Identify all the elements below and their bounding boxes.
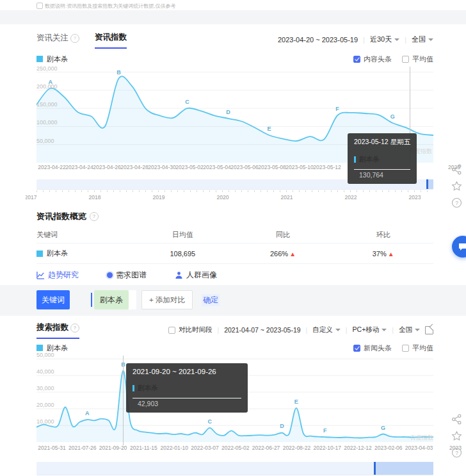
keyword-button[interactable]: 关键词 — [36, 290, 70, 309]
region-dropdown[interactable]: 全国 — [399, 325, 420, 334]
date-range-text[interactable]: 2023-04-20 ~ 2023-05-19 — [278, 36, 358, 44]
range-preset-dropdown[interactable]: 近30天 — [370, 35, 399, 44]
section-divider — [0, 10, 466, 24]
average-checkbox[interactable] — [402, 56, 409, 63]
compare-period-checkbox-wrap[interactable]: 对比时间段 — [168, 325, 213, 334]
search-chart-options: 新闻头条 平均值 — [353, 343, 433, 353]
share-icon[interactable] — [451, 164, 462, 175]
col-daily-avg: 日均值 — [133, 230, 233, 240]
star-icon[interactable] — [451, 181, 462, 192]
chevron-down-icon — [382, 329, 387, 331]
search-index-card: 搜索指数 对比时间段 | 2021-04-07 ~ 2023-05-19 | 自… — [0, 316, 466, 476]
brush-selection[interactable] — [374, 462, 433, 475]
event-letter-marker[interactable]: G — [381, 425, 385, 431]
date-range-text[interactable]: 2021-04-07 ~ 2023-05-19 — [224, 326, 300, 334]
compare-period-label: 对比时间段 — [179, 325, 213, 334]
average-checkbox-wrap[interactable]: 平均值 — [402, 343, 433, 353]
event-letter-marker[interactable]: C — [208, 418, 213, 425]
x-axis-label: 2022-10-17 — [313, 445, 341, 451]
brush-handle[interactable] — [374, 462, 376, 475]
brush-handle[interactable] — [426, 179, 428, 189]
event-letter-marker[interactable]: C — [185, 99, 189, 105]
y-axis-tick: 50,000 — [36, 138, 54, 144]
nav-item-demand-map[interactable]: 需求图谱 — [107, 270, 147, 281]
nav-item-persona[interactable]: 人群画像 — [175, 270, 217, 281]
nav-item-trend-research[interactable]: 趋势研究 — [36, 270, 79, 281]
help-icon[interactable]: ? — [451, 447, 462, 458]
help-icon[interactable]: ? — [451, 197, 462, 208]
tooltip-value: 130,764 — [359, 171, 410, 179]
event-letter-marker[interactable]: D — [280, 423, 284, 429]
event-letter-marker[interactable]: A — [48, 79, 52, 85]
keyword-input[interactable]: 剧本杀 — [94, 290, 136, 309]
event-letter-marker[interactable]: F — [323, 427, 327, 434]
headline-checkbox[interactable] — [353, 345, 360, 352]
search-chart-brush[interactable] — [36, 462, 433, 475]
info-icon[interactable] — [70, 34, 79, 43]
headline-checkbox[interactable] — [353, 56, 360, 63]
x-axis-label: 2023-04-03 — [405, 445, 433, 451]
tooltip-value: 42,903 — [138, 400, 241, 407]
arrow-up-icon: ▲ — [289, 250, 296, 258]
nav-item-label: 需求图谱 — [116, 270, 147, 281]
timeline-year-label: 2018 — [89, 194, 101, 201]
average-checkbox[interactable] — [402, 345, 409, 352]
col-keyword: 关键词 — [36, 230, 133, 240]
tab-news-index[interactable]: 资讯指数 — [95, 32, 127, 49]
brush-selection[interactable] — [428, 179, 433, 189]
share-icon[interactable] — [451, 414, 462, 425]
headline-checkbox-wrap[interactable]: 内容头条 — [353, 54, 392, 64]
tab-search-index[interactable]: 搜索指数 — [36, 322, 79, 339]
news-chart-tooltip: 2023-05-12 星期五 剧本杀 130,764 — [348, 133, 417, 184]
timeline-year-label: 2019 — [153, 194, 165, 201]
event-letter-marker[interactable]: E — [294, 398, 298, 405]
event-letter-marker[interactable]: F — [335, 106, 339, 112]
event-letter-marker[interactable]: B — [116, 69, 121, 76]
separator: | — [346, 326, 348, 334]
star-icon[interactable] — [451, 431, 462, 441]
x-axis-label: 2023-05-08 — [258, 164, 285, 170]
tooltip-series-name: 剧本杀 — [359, 155, 380, 164]
event-letter-marker[interactable]: D — [226, 109, 230, 115]
search-index-controls: 对比时间段 | 2021-04-07 ~ 2023-05-19 | 自定义 | … — [168, 325, 433, 339]
device-dropdown[interactable]: PC+移动 — [353, 325, 387, 334]
overview-table-header: 关键词 日均值 同比 环比 — [36, 226, 433, 243]
news-chart-legend-row: 剧本杀 内容头条 平均值 — [36, 54, 433, 64]
nav-item-label: 人群画像 — [186, 270, 217, 281]
average-checkbox-wrap[interactable]: 平均值 — [402, 54, 433, 64]
demand-map-icon — [107, 272, 113, 278]
headline-checkbox-label: 内容头条 — [364, 54, 392, 64]
x-axis-label: 2023-04-30 — [148, 164, 175, 170]
nav-item-label: 趋势研究 — [48, 270, 79, 281]
search-index-chart[interactable]: 百度指数 2021-09-20 ~ 2021-09-26 剧本杀 42,903 … — [36, 356, 433, 452]
series-legend-label: 剧本杀 — [47, 54, 68, 64]
y-axis-tick: 250,000 — [36, 65, 58, 72]
separator: | — [405, 36, 406, 44]
search-chart-x-axis: 2021-05-312021-07-262021-09-202021-11-15… — [36, 445, 433, 452]
y-axis-tick: 20,000 — [36, 402, 54, 408]
event-letter-marker[interactable]: G — [390, 113, 395, 120]
headline-checkbox-wrap[interactable]: 新闻头条 — [353, 343, 392, 353]
notice-check-icon — [36, 3, 43, 9]
tab-news-watch[interactable]: 资讯关注 — [36, 32, 79, 49]
table-row[interactable]: 剧本杀 108,695 266%▲ 37%▲ — [36, 243, 433, 264]
region-dropdown[interactable]: 全国 — [412, 35, 433, 44]
preset-dropdown[interactable]: 自定义 — [312, 325, 341, 334]
x-axis-label: 2023-04-26 — [93, 164, 120, 170]
chat-bubble-icon — [458, 242, 466, 252]
x-axis-label: 2022-01-10 — [160, 445, 188, 451]
event-letter-marker[interactable]: A — [85, 410, 90, 416]
news-index-chart[interactable]: 百度指数 2023-05-12 星期五 剧本杀 130,764 2023-04-… — [36, 67, 433, 173]
compare-period-checkbox[interactable] — [168, 327, 175, 334]
keyword-tag[interactable]: 剧本杀 — [94, 290, 129, 309]
confirm-link[interactable]: 确定 — [202, 294, 220, 306]
info-icon[interactable] — [90, 212, 99, 221]
x-axis-label: 2023-02-06 — [374, 445, 402, 451]
cell-mom: 37%▲ — [333, 250, 433, 258]
event-letter-marker[interactable]: E — [267, 126, 271, 132]
info-icon[interactable] — [70, 324, 79, 332]
add-compare-button[interactable]: + 添加对比 — [141, 290, 193, 309]
y-axis-tick: 100,000 — [36, 119, 58, 126]
export-icon[interactable] — [425, 326, 433, 334]
y-axis-tick: 200,000 — [36, 83, 58, 90]
